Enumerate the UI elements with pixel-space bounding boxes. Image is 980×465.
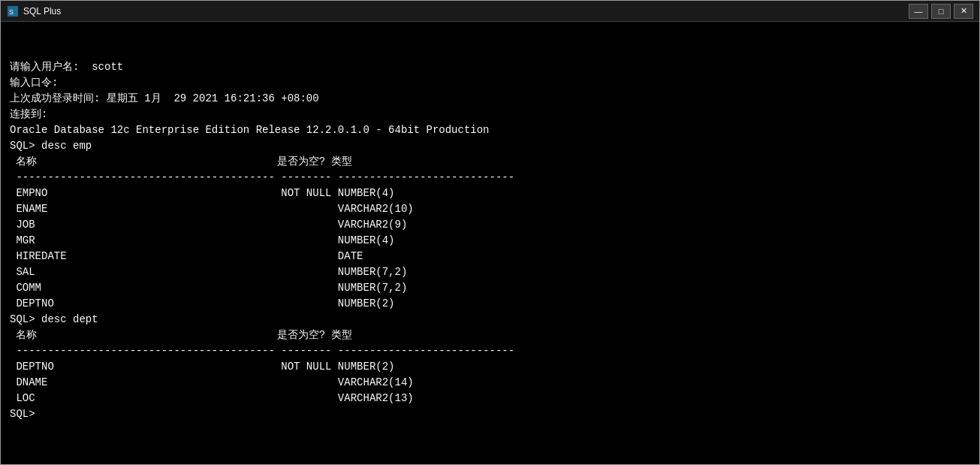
title-bar: S SQL Plus — □ ✕: [1, 1, 979, 22]
window-title: SQL Plus: [23, 6, 61, 17]
terminal-line: HIREDATE DATE: [10, 249, 970, 264]
terminal-line: DEPTNO NUMBER(2): [10, 296, 970, 312]
svg-text:S: S: [9, 8, 14, 16]
title-bar-left: S SQL Plus: [7, 5, 61, 17]
terminal-line: Oracle Database 12c Enterprise Edition R…: [10, 122, 970, 138]
terminal-line: 连接到:: [10, 107, 970, 122]
maximize-button[interactable]: □: [931, 4, 951, 19]
terminal-line: SAL NUMBER(7,2): [10, 264, 970, 280]
terminal-line: LOC VARCHAR2(13): [10, 391, 970, 406]
terminal-wrapper: 请输入用户名: scott输入口令:上次成功登录时间: 星期五 1月 29 20…: [1, 22, 979, 464]
terminal-line: SQL> desc emp: [10, 138, 970, 154]
terminal-line: ENAME VARCHAR2(10): [10, 201, 970, 217]
terminal-line: MGR NUMBER(4): [10, 233, 970, 249]
terminal-line: 请输入用户名: scott: [10, 59, 970, 75]
terminal-line: 上次成功登录时间: 星期五 1月 29 2021 16:21:36 +08:00: [10, 91, 970, 107]
terminal-line: SQL> desc dept: [10, 312, 970, 328]
minimize-button[interactable]: —: [909, 4, 928, 19]
terminal-line: EMPNO NOT NULL NUMBER(4): [10, 186, 970, 201]
terminal-line: SQL>: [10, 406, 970, 422]
terminal-line: DEPTNO NOT NULL NUMBER(2): [10, 359, 970, 375]
app-icon: S: [7, 5, 19, 17]
terminal-line: DNAME VARCHAR2(14): [10, 375, 970, 391]
window-controls: — □ ✕: [909, 4, 973, 19]
terminal-line: 名称 是否为空? 类型: [10, 154, 970, 170]
terminal-line: 输入口令:: [10, 75, 970, 91]
terminal-line: ----------------------------------------…: [10, 343, 970, 359]
terminal-line: COMM NUMBER(7,2): [10, 280, 970, 296]
terminal-line: JOB VARCHAR2(9): [10, 217, 970, 233]
terminal-line: ----------------------------------------…: [10, 170, 970, 186]
close-button[interactable]: ✕: [954, 4, 973, 19]
main-window: S SQL Plus — □ ✕ 请输入用户名: scott输入口令:上次成功登…: [0, 0, 980, 465]
terminal-output[interactable]: 请输入用户名: scott输入口令:上次成功登录时间: 星期五 1月 29 20…: [1, 22, 979, 464]
terminal-line: 名称 是否为空? 类型: [10, 328, 970, 343]
